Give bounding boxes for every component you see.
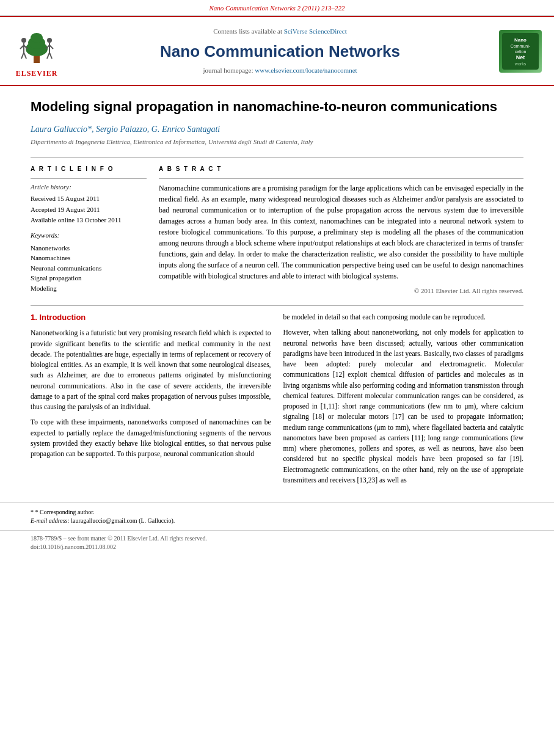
star-symbol: *: [31, 509, 34, 515]
header-section: ELSEVIER Contents lists available at Sci…: [0, 16, 554, 86]
footer-area: * * Corresponding author. E-mail address…: [0, 503, 554, 530]
keyword-3: Neuronal communications: [31, 263, 147, 274]
accepted-date: Accepted 19 August 2011: [31, 205, 147, 214]
issn-line: 1878-7789/$ – see front matter © 2011 El…: [31, 534, 523, 543]
abstract-text: Nanomachine communications are a promisi…: [159, 183, 523, 282]
abstract-col: A B S T R A C T Nanomachine communicatio…: [159, 165, 523, 296]
intro-para-1: Nanonetworking is a futuristic but very …: [31, 328, 271, 412]
footer-issn: 1878-7789/$ – see front matter © 2011 El…: [0, 530, 554, 555]
page: Nano Communication Networks 2 (2011) 213…: [0, 0, 554, 756]
svg-text:Communi-: Communi-: [511, 44, 531, 48]
received-date: Received 15 August 2011: [31, 194, 147, 203]
article-info-abstract: A R T I C L E I N F O Article history: R…: [31, 165, 523, 296]
svg-text:Net: Net: [516, 54, 525, 60]
available-date: Available online 13 October 2011: [31, 216, 147, 225]
keyword-1: Nanonetworks: [31, 243, 147, 253]
journal-homepage: journal homepage: www.elsevier.com/locat…: [203, 66, 357, 75]
sciverse-link[interactable]: SciVerse ScienceDirect: [284, 27, 347, 35]
svg-line-9: [24, 53, 26, 59]
footnote-star: * * Corresponding author.: [31, 508, 523, 517]
keyword-5: Modeling: [31, 283, 147, 294]
elsevier-tree-icon: [15, 23, 58, 66]
abstract-header: A B S T R A C T: [159, 165, 523, 173]
svg-point-3: [31, 33, 43, 43]
svg-text:cation: cation: [515, 49, 527, 54]
body-divider: [31, 305, 523, 306]
body-left-col: 1. Introduction Nanonetworking is a futu…: [31, 312, 271, 490]
article-history-label: Article history:: [31, 183, 147, 192]
journal-top-bar: Nano Communication Networks 2 (2011) 213…: [0, 0, 554, 16]
right-para-2: However, when talking about nanonetworki…: [283, 327, 524, 485]
intro-section-title: 1. Introduction: [31, 312, 271, 323]
journal-citation: Nano Communication Networks 2 (2011) 213…: [210, 4, 345, 12]
intro-para-2: To cope with these impairments, nanonetw…: [31, 417, 271, 459]
sciverse-line: Contents lists available at SciVerse Sci…: [213, 27, 346, 36]
elsevier-logo: ELSEVIER: [9, 23, 64, 79]
svg-line-8: [21, 53, 24, 59]
svg-text:Nano: Nano: [514, 37, 527, 43]
footnote-email: E-mail address: lauragalluccio@gmail.com…: [31, 517, 523, 525]
article-area: Modeling signal propagation in nanomachi…: [0, 86, 554, 503]
svg-point-10: [47, 38, 52, 43]
article-affiliation: Dipartimento di Ingegneria Elettrica, El…: [31, 137, 523, 147]
svg-line-15: [49, 53, 52, 59]
svg-text:works: works: [514, 62, 527, 66]
author-email[interactable]: lauragalluccio@gmail.com: [71, 517, 137, 524]
article-authors: Laura Galluccio*, Sergio Palazzo, G. Enr…: [31, 123, 523, 136]
journal-logo-box: Nano Communi- cation Net works: [499, 30, 542, 73]
nano-comm-logo-icon: Nano Communi- cation Net works: [502, 33, 539, 70]
article-info-col: A R T I C L E I N F O Article history: R…: [31, 165, 147, 296]
body-right-col: be modeled in detail so that each compos…: [283, 312, 524, 490]
keyword-4: Signal propagation: [31, 273, 147, 283]
svg-point-4: [21, 38, 26, 43]
article-title: Modeling signal propagation in nanomachi…: [31, 98, 523, 116]
keywords-label: Keywords:: [31, 231, 147, 240]
journal-title: Nano Communication Networks: [160, 40, 400, 62]
journal-homepage-link[interactable]: www.elsevier.com/locate/nanocomnet: [255, 67, 357, 74]
keyword-2: Nanomachines: [31, 253, 147, 263]
doi-line: doi:10.1016/j.nancom.2011.08.002: [31, 543, 523, 551]
right-para-1: be modeled in detail so that each compos…: [283, 312, 524, 322]
divider-1: [31, 157, 523, 158]
svg-line-14: [47, 53, 49, 59]
header-main: Contents lists available at SciVerse Sci…: [70, 23, 490, 79]
keywords-list: Nanonetworks Nanomachines Neuronal commu…: [31, 243, 147, 294]
copyright-line: © 2011 Elsevier Ltd. All rights reserved…: [159, 286, 523, 296]
article-info-header: A R T I C L E I N F O: [31, 165, 147, 173]
journal-logo-right: Nano Communi- cation Net works: [496, 23, 545, 79]
body-columns: 1. Introduction Nanonetworking is a futu…: [31, 312, 523, 490]
elsevier-label: ELSEVIER: [16, 68, 58, 79]
